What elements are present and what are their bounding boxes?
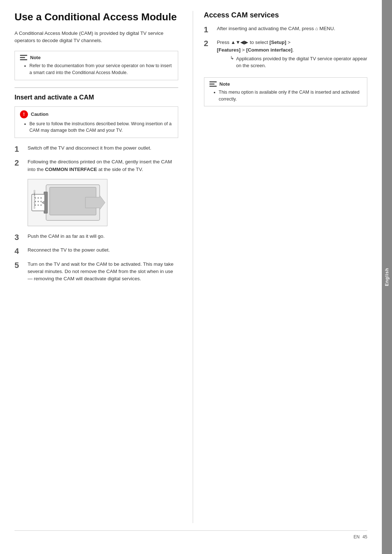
note-icon-1 xyxy=(20,55,27,60)
section1-heading: Insert and activate a CAM xyxy=(15,94,178,101)
svg-point-12 xyxy=(40,204,42,206)
caution-label: Caution xyxy=(31,111,48,117)
step-number-4: 4 xyxy=(15,247,23,256)
step-number-r1: 1 xyxy=(204,25,212,34)
section2-heading: Access CAM services xyxy=(204,11,368,19)
caution-item: Be sure to follow the instructions descr… xyxy=(29,121,173,134)
step-2: 2 Following the directions printed on th… xyxy=(15,158,178,173)
note-header-2: Note xyxy=(209,81,362,87)
step-text-4: Reconnect the TV to the power outlet. xyxy=(28,247,178,254)
step-3: 3 Push the CAM in as far as it will go. xyxy=(15,233,178,242)
note-icon-line xyxy=(20,59,27,60)
step-1: 1 Switch off the TV and disconnect it fr… xyxy=(15,144,178,154)
step-number-r2: 2 xyxy=(204,39,212,48)
step-r2: 2 Press ▲▼◀▶ to select [Setup] >[Feature… xyxy=(204,39,368,72)
note-box-2: Note This menu option is available only … xyxy=(204,77,368,107)
page-footer: EN 45 xyxy=(15,530,367,539)
step-number-2: 2 xyxy=(15,158,23,168)
step-r1: 1 After inserting and activating the CAM… xyxy=(204,25,368,34)
step-text-1: Switch off the TV and disconnect it from… xyxy=(28,144,178,152)
step-number-1: 1 xyxy=(15,144,23,154)
caution-header: ! Caution xyxy=(20,110,173,118)
caution-content: Be sure to follow the instructions descr… xyxy=(20,121,173,134)
note-icon-line xyxy=(20,55,27,56)
sidebar-label: English xyxy=(384,268,389,286)
step-4: 4 Reconnect the TV to the power outlet. xyxy=(15,247,178,256)
home-icon: ⌂ xyxy=(315,26,318,31)
note-content-2: This menu option is available only if th… xyxy=(209,89,362,103)
step-text-3: Push the CAM in as far as it will go. xyxy=(28,233,178,240)
step-text-r1: After inserting and activating the CAM, … xyxy=(217,25,368,32)
svg-point-9 xyxy=(40,201,42,202)
svg-point-6 xyxy=(40,197,42,199)
footer-language: EN xyxy=(354,534,360,539)
note-icon-line xyxy=(209,83,215,85)
note-content-1: Refer to the documentation from your ser… xyxy=(20,62,173,76)
arrow-text: Applications provided by the digital TV … xyxy=(236,55,368,69)
arrow-symbol: ↳ xyxy=(230,55,234,69)
svg-point-11 xyxy=(37,204,39,206)
cam-diagram-svg: COMMON INTERFACE xyxy=(28,179,107,226)
svg-point-8 xyxy=(37,201,39,202)
note-icon-line xyxy=(20,57,25,58)
svg-text:COMMON INTERFACE: COMMON INTERFACE xyxy=(33,190,35,209)
caution-icon: ! xyxy=(20,110,28,118)
step-5: 5 Turn on the TV and wait for the CAM to… xyxy=(15,261,178,283)
step-text-r2: Press ▲▼◀▶ to select [Setup] >[Features]… xyxy=(217,40,294,52)
note-label-2: Note xyxy=(220,81,230,87)
section-divider-1 xyxy=(15,87,178,88)
cam-diagram: COMMON INTERFACE xyxy=(28,179,107,226)
svg-marker-15 xyxy=(85,195,105,209)
step-number-5: 5 xyxy=(15,261,23,270)
svg-point-5 xyxy=(37,197,39,199)
step-text-2: Following the directions printed on the … xyxy=(28,158,178,173)
note-item-2: This menu option is available only if th… xyxy=(219,89,362,103)
intro-text: A Conditional Access Module (CAM) is pro… xyxy=(15,30,178,45)
page-title: Use a Conditional Access Module xyxy=(15,11,178,23)
note-icon-line xyxy=(209,86,217,87)
note-header-1: Note xyxy=(20,55,173,60)
arrow-indent: ↳ Applications provided by the digital T… xyxy=(230,55,368,69)
sidebar-tab: English xyxy=(382,0,392,554)
footer-page: 45 xyxy=(363,534,367,539)
note-icon-line xyxy=(209,81,217,82)
step-number-3: 3 xyxy=(15,233,23,242)
note-item: Refer to the documentation from your ser… xyxy=(29,62,173,76)
caution-box: ! Caution Be sure to follow the instruct… xyxy=(15,106,178,138)
step-text-5: Turn on the TV and wait for the CAM to b… xyxy=(28,261,178,283)
note-box-1: Note Refer to the documentation from you… xyxy=(15,51,178,80)
note-label-1: Note xyxy=(30,55,41,60)
note-icon-2 xyxy=(209,81,217,87)
